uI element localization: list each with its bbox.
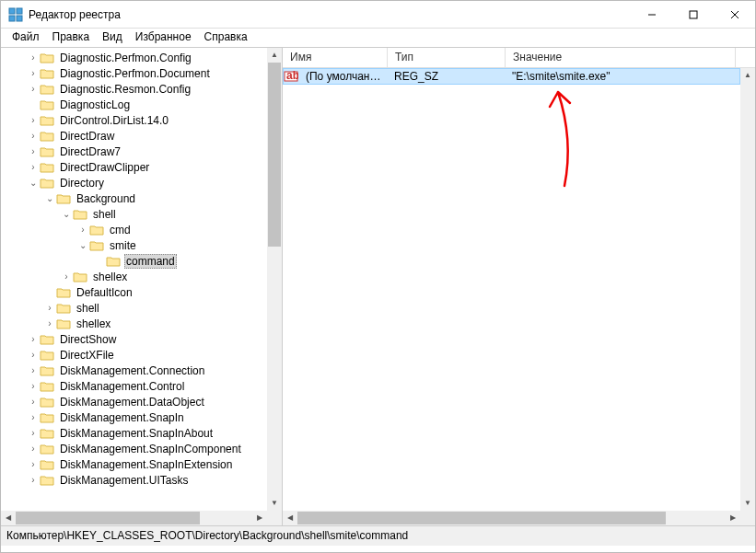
folder-icon [56, 302, 71, 315]
tree-item[interactable]: ›cmd [1, 222, 267, 237]
folder-icon [40, 83, 54, 96]
tree-item[interactable]: ›DiskManagement.SnapInComponent [1, 441, 267, 456]
maximize-button[interactable] [672, 1, 714, 28]
expander-icon[interactable]: › [27, 444, 40, 454]
expander-icon[interactable]: › [76, 225, 89, 235]
tree-scroll[interactable]: ›Diagnostic.Perfmon.Config›Diagnostic.Pe… [1, 48, 267, 511]
expander-icon[interactable]: › [27, 162, 40, 172]
tree-item-label: DirectShow [58, 333, 118, 346]
tree-item[interactable]: ›Diagnostic.Perfmon.Document [1, 65, 267, 81]
expander-icon[interactable]: › [27, 365, 40, 375]
tree-item[interactable]: ›DirControl.DirList.14.0 [1, 112, 267, 128]
tree-item[interactable]: ›shell [1, 300, 267, 316]
cell-value: "E:\smite\smite.exe" [506, 70, 737, 83]
tree-item[interactable]: ›DirectDrawClipper [1, 159, 267, 175]
menu-help[interactable]: Справка [199, 29, 253, 45]
expander-icon[interactable]: › [27, 131, 40, 141]
tree-item-label: DiagnosticLog [58, 98, 132, 111]
expander-icon[interactable]: ⌄ [60, 209, 73, 219]
tree-item[interactable]: ›DiskManagement.Control [1, 378, 267, 394]
menu-file[interactable]: Файл [6, 29, 45, 45]
scroll-left-icon[interactable]: ◀ [1, 511, 16, 525]
tree-item[interactable]: ›DiskManagement.SnapInExtension [1, 456, 267, 472]
scroll-up-icon[interactable]: ▲ [740, 68, 755, 83]
tree-item[interactable]: ›Diagnostic.Resmon.Config [1, 81, 267, 97]
tree-vertical-scrollbar[interactable]: ▲ ▼ [267, 48, 282, 511]
scroll-down-icon[interactable]: ▼ [267, 496, 282, 511]
scroll-corner [267, 511, 282, 525]
tree-item[interactable]: ›DiskManagement.Connection [1, 363, 267, 378]
menu-edit[interactable]: Правка [47, 29, 96, 45]
tree-item-label: shell [75, 302, 101, 315]
expander-icon[interactable]: ⌄ [27, 178, 40, 188]
tree-item-label: shell [91, 208, 118, 221]
tree-item-label: cmd [108, 224, 133, 236]
expander-icon[interactable]: › [27, 459, 40, 469]
folder-icon [40, 411, 54, 424]
expander-icon[interactable]: › [27, 350, 40, 360]
expander-icon[interactable]: › [43, 303, 56, 313]
tree-item[interactable]: ›DirectXFile [1, 347, 267, 363]
tree-item-label: Directory [58, 177, 106, 190]
scroll-left-icon[interactable]: ◀ [283, 511, 297, 525]
expander-icon[interactable]: › [27, 475, 40, 485]
folder-icon [40, 177, 54, 190]
minimize-button[interactable] [631, 1, 672, 28]
expander-icon[interactable]: › [27, 84, 40, 94]
scroll-right-icon[interactable]: ▶ [252, 511, 267, 525]
tree-horizontal-scrollbar[interactable]: ◀ ▶ [1, 511, 267, 525]
expander-icon[interactable]: › [27, 52, 40, 63]
column-name[interactable]: Имя [283, 48, 388, 67]
list-vertical-scrollbar[interactable]: ▲ ▼ [740, 68, 755, 511]
scroll-down-icon[interactable]: ▼ [740, 496, 755, 511]
menu-view[interactable]: Вид [97, 29, 128, 45]
expander-icon[interactable]: › [27, 428, 40, 438]
expander-icon[interactable]: › [60, 271, 73, 282]
tree-item[interactable]: ›DirectShow [1, 331, 267, 347]
tree-item[interactable]: ⌄Background [1, 190, 267, 206]
expander-icon[interactable]: › [27, 412, 40, 422]
folder-icon [40, 333, 54, 346]
expander-icon[interactable]: › [27, 397, 40, 407]
column-value[interactable]: Значение [506, 48, 736, 67]
expander-icon[interactable]: › [27, 381, 40, 391]
folder-icon [40, 396, 54, 409]
expander-icon[interactable]: › [27, 146, 40, 156]
tree-item[interactable]: ›shellex [1, 316, 267, 331]
window-controls [631, 1, 755, 28]
tree-item[interactable]: ›DirectDraw [1, 128, 267, 144]
expander-icon[interactable]: › [43, 318, 56, 328]
scroll-thumb[interactable] [297, 512, 666, 524]
list-horizontal-scrollbar[interactable]: ◀ ▶ [283, 511, 740, 525]
scroll-up-icon[interactable]: ▲ [267, 48, 282, 63]
expander-icon[interactable]: › [27, 68, 40, 78]
close-button[interactable] [714, 1, 755, 28]
scroll-right-icon[interactable]: ▶ [726, 511, 740, 525]
tree-item[interactable]: ›DirectDraw7 [1, 144, 267, 159]
tree-item[interactable]: ⌄Directory [1, 175, 267, 190]
expander-icon[interactable]: › [27, 334, 40, 344]
tree-item[interactable]: ›DiskManagement.SnapInAbout [1, 425, 267, 441]
tree-item[interactable]: command [1, 253, 267, 269]
tree-item[interactable]: ⌄shell [1, 206, 267, 222]
tree-item-label: Diagnostic.Perfmon.Config [58, 52, 193, 64]
tree-item[interactable]: ›DiskManagement.UITasks [1, 472, 267, 488]
expander-icon[interactable]: ⌄ [76, 240, 89, 250]
tree-item[interactable]: ›Diagnostic.Perfmon.Config [1, 50, 267, 65]
tree-item[interactable]: ›DiskManagement.SnapIn [1, 409, 267, 425]
expander-icon[interactable]: ⌄ [43, 193, 56, 203]
expander-icon[interactable]: › [27, 115, 40, 125]
folder-icon [40, 349, 54, 362]
column-type[interactable]: Тип [388, 48, 506, 67]
scroll-thumb[interactable] [16, 512, 200, 524]
tree-item[interactable]: ›shellex [1, 269, 267, 284]
scroll-thumb[interactable] [268, 63, 281, 247]
folder-icon [40, 114, 54, 127]
tree-item[interactable]: ⌄smite [1, 237, 267, 253]
menu-favorites[interactable]: Избранное [130, 29, 197, 45]
list-row[interactable]: ab(По умолчанию)REG_SZ"E:\smite\smite.ex… [283, 68, 740, 85]
tree-item[interactable]: DefaultIcon [1, 284, 267, 300]
tree-item[interactable]: ›DiskManagement.DataObject [1, 394, 267, 409]
tree-item[interactable]: DiagnosticLog [1, 97, 267, 112]
tree-item-label: smite [108, 239, 138, 252]
